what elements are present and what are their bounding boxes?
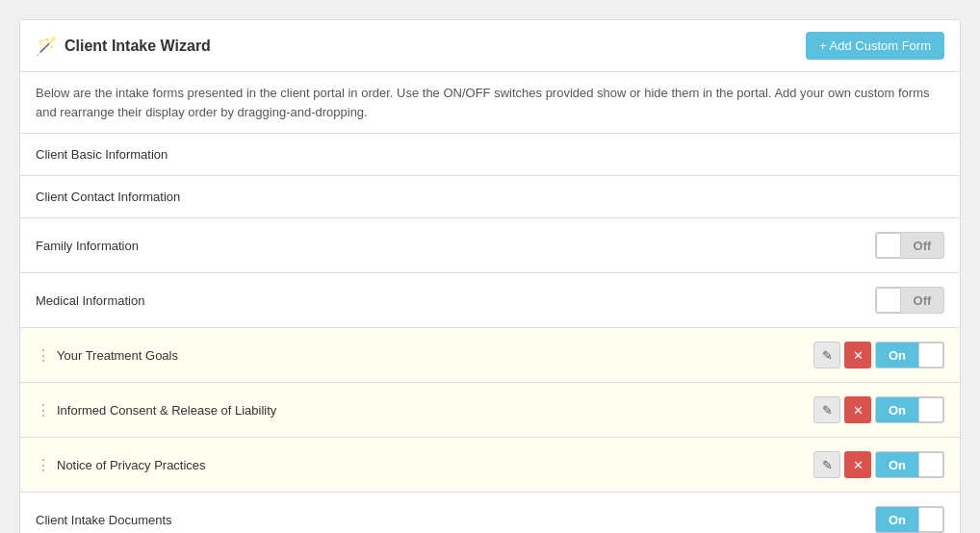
form-label-family-info: Family Information <box>36 239 139 253</box>
delete-button-treatment-goals[interactable]: ✕ <box>844 342 871 368</box>
toggle-label-informed-consent: On <box>876 403 918 418</box>
form-row-treatment-goals: ⋮ Your Treatment Goals ✎ ✕ On <box>20 328 960 383</box>
add-custom-form-button[interactable]: + Add Custom Form <box>806 32 944 60</box>
form-label-treatment-goals: ⋮ Your Treatment Goals <box>36 346 178 365</box>
toggle-label-intake-documents: On <box>876 513 918 527</box>
drag-handle-treatment-goals[interactable]: ⋮ <box>36 346 51 365</box>
wand-icon: 🪄 <box>36 36 57 57</box>
edit-button-privacy-practices[interactable]: ✎ <box>813 451 840 478</box>
page-title: Client Intake Wizard <box>64 38 211 55</box>
form-label-client-contact-info: Client Contact Information <box>36 190 180 204</box>
toggle-label-family-info: Off <box>901 239 943 253</box>
drag-handle-privacy-practices[interactable]: ⋮ <box>36 456 51 474</box>
toggle-label-medical-info: Off <box>901 293 943 308</box>
toggle-knob-medical-info <box>876 288 901 313</box>
form-row-family-info: Family Information Off <box>20 218 960 273</box>
toggle-medical-info[interactable]: Off <box>875 287 944 314</box>
row-actions-medical-info: Off <box>875 287 944 314</box>
form-label-client-basic-info: Client Basic Information <box>36 147 168 162</box>
form-label-medical-info: Medical Information <box>36 293 144 308</box>
delete-button-informed-consent[interactable]: ✕ <box>844 396 871 423</box>
toggle-knob-privacy-practices <box>918 452 943 477</box>
toggle-knob-intake-documents <box>918 507 943 532</box>
toggle-family-info[interactable]: Off <box>875 232 944 259</box>
toggle-knob-family-info <box>876 233 901 258</box>
main-container: 🪄 Client Intake Wizard + Add Custom Form… <box>19 19 961 533</box>
header-title: 🪄 Client Intake Wizard <box>36 36 211 57</box>
drag-handle-informed-consent[interactable]: ⋮ <box>36 401 51 419</box>
toggle-label-treatment-goals: On <box>876 348 918 363</box>
row-actions-privacy-practices: ✎ ✕ On <box>813 451 944 478</box>
header: 🪄 Client Intake Wizard + Add Custom Form <box>20 20 960 72</box>
row-actions-informed-consent: ✎ ✕ On <box>813 396 944 423</box>
form-row-medical-info: Medical Information Off <box>20 273 960 328</box>
form-label-intake-documents: Client Intake Documents <box>36 513 172 527</box>
toggle-privacy-practices[interactable]: On <box>875 451 944 478</box>
toggle-knob-treatment-goals <box>918 343 943 368</box>
edit-button-treatment-goals[interactable]: ✎ <box>813 342 840 368</box>
toggle-informed-consent[interactable]: On <box>875 396 944 423</box>
description-row: Below are the intake forms presented in … <box>20 72 960 134</box>
form-row-client-contact-info: Client Contact Information <box>20 176 960 218</box>
edit-button-informed-consent[interactable]: ✎ <box>813 396 840 423</box>
toggle-intake-documents[interactable]: On <box>875 506 944 533</box>
delete-button-privacy-practices[interactable]: ✕ <box>844 451 871 478</box>
toggle-knob-informed-consent <box>918 397 943 422</box>
row-actions-treatment-goals: ✎ ✕ On <box>813 342 944 368</box>
form-row-intake-documents: Client Intake Documents On <box>20 493 960 533</box>
toggle-treatment-goals[interactable]: On <box>875 342 944 368</box>
row-actions-family-info: Off <box>875 232 944 259</box>
form-row-client-basic-info: Client Basic Information <box>20 134 960 176</box>
form-row-privacy-practices: ⋮ Notice of Privacy Practices ✎ ✕ On <box>20 438 960 493</box>
form-row-informed-consent: ⋮ Informed Consent & Release of Liabilit… <box>20 383 960 438</box>
form-label-privacy-practices: ⋮ Notice of Privacy Practices <box>36 456 206 474</box>
toggle-label-privacy-practices: On <box>876 458 918 472</box>
description-text: Below are the intake forms presented in … <box>36 86 930 119</box>
form-label-informed-consent: ⋮ Informed Consent & Release of Liabilit… <box>36 401 276 419</box>
row-actions-intake-documents: On <box>875 506 944 533</box>
